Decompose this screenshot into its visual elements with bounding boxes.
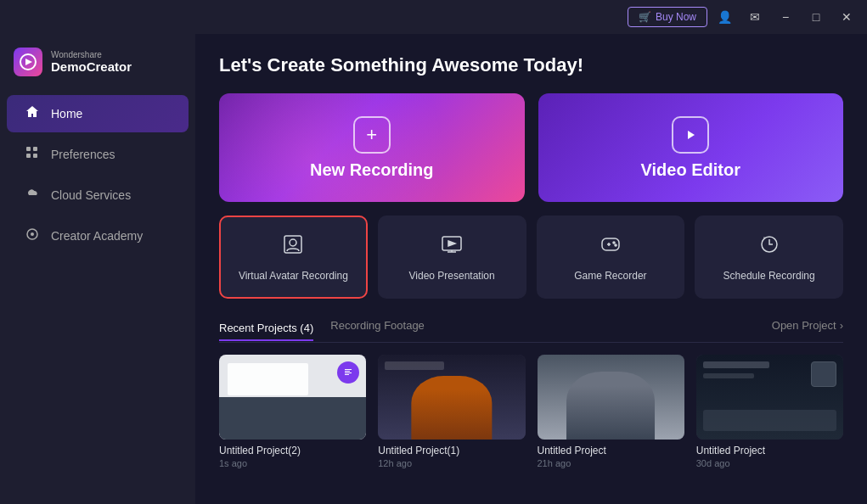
svg-rect-3 — [26, 154, 31, 158]
virtual-avatar-label: Virtual Avatar Recording — [239, 270, 348, 282]
user-profile-button[interactable]: 👤 — [711, 5, 738, 29]
game-recorder-icon — [599, 232, 622, 261]
titlebar-actions: 🛒 Buy Now 👤 ✉ − □ ✕ — [628, 5, 860, 29]
project-thumb-3 — [538, 355, 684, 440]
video-editor-card[interactable]: Video Editor — [538, 93, 844, 202]
svg-point-13 — [615, 244, 616, 246]
svg-point-9 — [290, 239, 296, 246]
logo-text: Wondershare DemoCreator — [51, 50, 132, 74]
game-recorder-card[interactable]: Game Recorder — [537, 216, 685, 299]
close-button[interactable]: ✕ — [833, 5, 860, 29]
open-project-link[interactable]: Open Project › — [772, 319, 843, 332]
creator-academy-icon — [24, 227, 41, 244]
logo-icon — [14, 48, 42, 76]
project-thumb-2 — [378, 355, 525, 440]
tab-recording-footage[interactable]: Recording Footage — [330, 316, 425, 335]
project-thumb-4 — [696, 355, 843, 440]
sidebar-item-preferences-label: Preferences — [51, 148, 115, 161]
schedule-recording-card[interactable]: Schedule Recording — [695, 216, 843, 299]
buy-now-button[interactable]: 🛒 Buy Now — [628, 7, 707, 27]
project-grid: Untitled Project(2) 1s ago Untitled Proj… — [219, 355, 843, 468]
home-icon — [24, 105, 41, 122]
project-time-3: 21h ago — [538, 458, 684, 468]
maximize-button[interactable]: □ — [802, 5, 830, 29]
titlebar: 🛒 Buy Now 👤 ✉ − □ ✕ — [0, 0, 867, 34]
new-recording-card[interactable]: + New Recording — [219, 93, 525, 202]
svg-point-12 — [613, 242, 615, 244]
video-presentation-card[interactable]: Video Presentation — [378, 216, 526, 299]
logo-brand-main: DemoCreator — [51, 59, 132, 74]
project-time-4: 30d ago — [696, 458, 843, 468]
project-item-4[interactable]: Untitled Project 30d ago — [696, 355, 843, 468]
svg-rect-4 — [33, 154, 37, 158]
video-editor-icon — [672, 116, 709, 154]
svg-point-6 — [31, 232, 34, 236]
sidebar-item-creator-academy[interactable]: Creator Academy — [7, 217, 189, 255]
game-recorder-label: Game Recorder — [574, 270, 646, 282]
sub-cards: Virtual Avatar Recording Video Presentat… — [219, 216, 843, 299]
project-time-2: 12h ago — [378, 458, 525, 468]
video-presentation-label: Video Presentation — [409, 270, 495, 282]
project-item-1[interactable]: Untitled Project(2) 1s ago — [219, 355, 366, 468]
sidebar-item-cloud-services[interactable]: Cloud Services — [7, 176, 189, 214]
tab-recent-projects[interactable]: Recent Projects (4) — [219, 318, 313, 341]
logo-area: Wondershare DemoCreator — [0, 48, 195, 93]
action-cards: + New Recording Video Editor — [219, 93, 843, 202]
preferences-icon — [24, 146, 41, 163]
sidebar-item-preferences[interactable]: Preferences — [7, 136, 189, 173]
main-content: Let's Create Something Awesome Today! + … — [195, 34, 867, 504]
cart-icon: 🛒 — [639, 11, 651, 23]
virtual-avatar-icon — [281, 232, 305, 261]
project-name-3: Untitled Project — [538, 445, 684, 456]
minimize-button[interactable]: − — [772, 5, 799, 29]
virtual-avatar-card[interactable]: Virtual Avatar Recording — [219, 216, 368, 299]
project-thumb-1 — [219, 355, 366, 440]
sidebar: Wondershare DemoCreator Home Pre — [0, 34, 195, 504]
user-icon: 👤 — [718, 10, 732, 24]
schedule-recording-label: Schedule Recording — [723, 270, 815, 282]
page-title: Let's Create Something Awesome Today! — [219, 54, 843, 76]
sidebar-item-creator-academy-label: Creator Academy — [51, 229, 143, 243]
mail-button[interactable]: ✉ — [741, 5, 768, 29]
mail-icon: ✉ — [750, 10, 760, 24]
app-body: Wondershare DemoCreator Home Pre — [0, 34, 867, 504]
logo-brand-small: Wondershare — [51, 50, 132, 59]
recent-tabs-bar: Recent Projects (4) Recording Footage Op… — [219, 316, 843, 343]
project-time-1: 1s ago — [219, 458, 366, 468]
sidebar-item-home[interactable]: Home — [7, 95, 189, 132]
schedule-recording-icon — [757, 232, 781, 261]
cloud-icon — [24, 187, 41, 204]
project-item-2[interactable]: Untitled Project(1) 12h ago — [378, 355, 525, 468]
video-editor-label: Video Editor — [641, 160, 740, 180]
project-name-2: Untitled Project(1) — [378, 445, 525, 456]
project-item-3[interactable]: Untitled Project 21h ago — [538, 355, 684, 468]
new-recording-label: New Recording — [310, 160, 434, 180]
sidebar-item-cloud-services-label: Cloud Services — [51, 188, 131, 202]
svg-rect-1 — [26, 147, 31, 151]
svg-rect-2 — [33, 147, 37, 151]
project-name-4: Untitled Project — [696, 445, 843, 456]
sidebar-item-home-label: Home — [51, 107, 82, 120]
svg-marker-7 — [688, 131, 695, 139]
new-recording-icon: + — [353, 116, 391, 154]
video-presentation-icon — [440, 232, 464, 261]
project-name-1: Untitled Project(2) — [219, 445, 366, 456]
